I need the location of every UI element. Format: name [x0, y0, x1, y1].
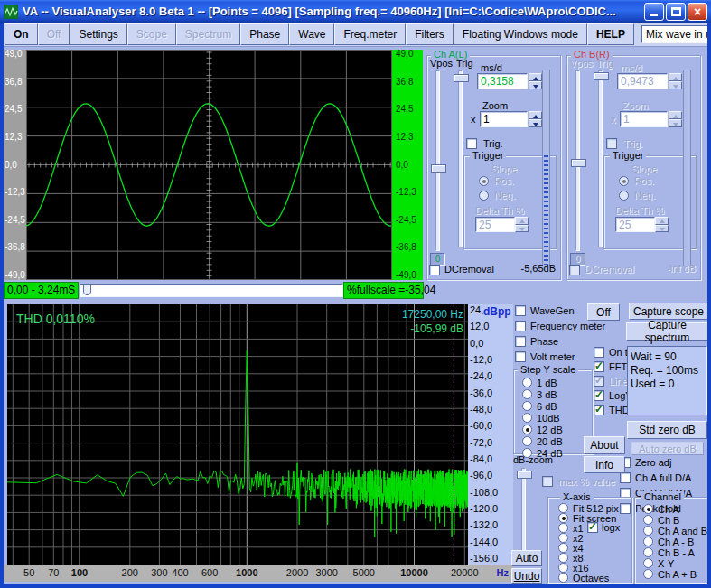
msd-spinner-b[interactable]: [669, 73, 682, 89]
db-zoom-slider[interactable]: [517, 468, 532, 553]
logx-checkbox[interactable]: [587, 522, 598, 533]
info-button[interactable]: Info: [584, 456, 625, 473]
channel-radio[interactable]: Ch B: [643, 515, 707, 525]
step-y-scale-title: Step Y scale: [518, 364, 578, 375]
toolbar-button[interactable]: Floating Windows mode: [454, 23, 587, 45]
close-button[interactable]: ×: [688, 3, 707, 21]
zoom-field-a[interactable]: 1: [480, 111, 528, 127]
spinner-up-icon: [669, 73, 682, 81]
zoom-spinner-b[interactable]: [669, 111, 682, 127]
delta-spinner-b[interactable]: [655, 217, 669, 232]
x-axis-radio[interactable]: x4: [558, 543, 619, 553]
scope-scrollbar[interactable]: [80, 284, 343, 297]
x-axis-radio[interactable]: Fit 512 pix: [558, 503, 619, 513]
channel-radio[interactable]: Ch B - A: [643, 547, 707, 557]
checkbox-row[interactable]: Frequency meter: [515, 320, 605, 331]
channel-radio[interactable]: X-Y: [643, 558, 707, 568]
step-y-radio[interactable]: 3 dB: [522, 388, 563, 400]
maximize-button[interactable]: [666, 3, 686, 21]
spectrum-plot[interactable]: THD 0,0110% 17250,00 Hz -105,99 dB: [7, 304, 468, 565]
toolbar-button[interactable]: HELP: [587, 23, 634, 45]
scope-y-tick-label: 24,5: [392, 105, 423, 114]
db-zoom-slider-thumb[interactable]: [517, 471, 532, 479]
trig-slider-thumb[interactable]: [454, 74, 469, 82]
trig-checkbox-a[interactable]: [466, 138, 477, 149]
delta-th-field-b[interactable]: 25: [615, 217, 655, 232]
toolbar-button[interactable]: Freq.meter: [334, 23, 406, 45]
vpos-slider-b[interactable]: [571, 70, 586, 251]
trig-slider-thumb[interactable]: [594, 72, 609, 80]
status-line: Wait = 90: [631, 350, 704, 364]
spinner-up-icon: [655, 217, 669, 225]
channel-radio[interactable]: Ch A + B: [643, 569, 707, 579]
capture-spectrum-button[interactable]: Capture spectrum: [626, 322, 708, 341]
scope-y-tick-label: 0,0: [4, 161, 26, 170]
slope-neg-radio[interactable]: [479, 191, 489, 201]
msd-field-b[interactable]: 0,9473: [617, 73, 668, 89]
step-y-radio[interactable]: 12 dB: [522, 424, 563, 435]
minimize-button[interactable]: [644, 3, 664, 21]
zoom-field-b[interactable]: 1: [620, 111, 668, 127]
zoom-spinner-a[interactable]: [529, 111, 542, 127]
auto-zero-db-button[interactable]: Auto zero dB: [631, 442, 704, 455]
channel-group: Channel Ch A Ch B Ch A and B Ch A - B Ch…: [634, 492, 708, 583]
vpos-slider-thumb[interactable]: [571, 159, 586, 167]
step-y-radio[interactable]: 1 dB: [522, 377, 563, 388]
wavegen-off-button[interactable]: Off: [587, 303, 620, 321]
delta-th-field-a[interactable]: 25: [475, 217, 515, 232]
x-axis-radio[interactable]: Octaves: [558, 573, 619, 583]
status-line: Used = 0: [631, 378, 704, 391]
checkbox-row[interactable]: Zero adj: [620, 456, 692, 468]
checkbox-row[interactable]: Phase: [515, 335, 605, 347]
msd-field-a[interactable]: 0,3158: [477, 73, 528, 89]
spectrum-y-tick-label: -156,0: [468, 554, 513, 564]
spinner-down-icon: [655, 225, 669, 233]
vpos-slider-a[interactable]: [431, 70, 446, 251]
toolbar-button[interactable]: Off: [38, 23, 70, 45]
capture-scope-button[interactable]: Capture scope: [629, 303, 708, 320]
trigger-group-title: Trigger: [470, 150, 506, 161]
x-axis-tick-label: 1000: [236, 567, 257, 578]
step-y-radio[interactable]: 20 dB: [522, 435, 563, 447]
undo-button[interactable]: Undo: [511, 568, 542, 584]
toolbar-button[interactable]: Settings: [70, 23, 126, 45]
x-axis-radio[interactable]: x16: [558, 563, 619, 573]
step-y-radio[interactable]: 6 dB: [522, 400, 563, 412]
x-axis-radio[interactable]: x2: [558, 533, 619, 543]
toolbar-button[interactable]: Wave: [289, 23, 334, 45]
delta-spinner-a[interactable]: [515, 217, 529, 232]
radio-icon: [558, 523, 568, 533]
dc-removal-checkbox-a[interactable]: [429, 265, 440, 275]
trig-checkbox-b[interactable]: [606, 138, 617, 149]
msd-spinner-a[interactable]: [529, 73, 542, 89]
slope-pos-radio[interactable]: [619, 176, 629, 186]
toolbar-button[interactable]: Scope: [127, 23, 176, 45]
channel-radio[interactable]: Ch A: [643, 504, 707, 514]
spinner-down-icon: [529, 119, 542, 127]
max-value-checkbox[interactable]: [542, 476, 553, 487]
about-button[interactable]: About: [584, 436, 625, 454]
step-y-radio[interactable]: 10dB: [522, 412, 563, 424]
toolbar-button[interactable]: Phase: [240, 23, 289, 45]
oscilloscope-plot[interactable]: [26, 50, 392, 280]
checkbox-row[interactable]: Ch.A full D/A: [620, 471, 692, 483]
channel-radio[interactable]: Ch A - B: [643, 537, 707, 546]
channel-radio[interactable]: Ch A and B: [643, 526, 707, 536]
toolbar-button[interactable]: Spectrum: [176, 23, 240, 45]
auto-button[interactable]: Auto: [511, 550, 542, 566]
vpos-slider-thumb[interactable]: [431, 164, 446, 173]
zoom-x-label: x: [471, 114, 476, 125]
slope-pos-radio[interactable]: [479, 176, 489, 186]
output-mode-combobox[interactable]: Mix wave in uscita: [641, 25, 711, 43]
scope-scrollbar-thumb[interactable]: [83, 285, 91, 295]
slope-neg-radio[interactable]: [619, 191, 629, 201]
zoom-x-label: x: [611, 114, 616, 125]
toolbar-button[interactable]: Filters: [406, 23, 454, 45]
checkbox-row[interactable]: Volt meter: [515, 350, 605, 362]
x-axis-tick-label: 2000: [286, 567, 308, 578]
dc-removal-checkbox-b[interactable]: [569, 265, 580, 275]
x-axis-radio[interactable]: x8: [558, 553, 619, 563]
std-zero-db-button[interactable]: Std zero dB: [627, 421, 707, 439]
toolbar-button[interactable]: On: [5, 23, 38, 45]
slope-neg-label: Neg.: [634, 190, 655, 201]
